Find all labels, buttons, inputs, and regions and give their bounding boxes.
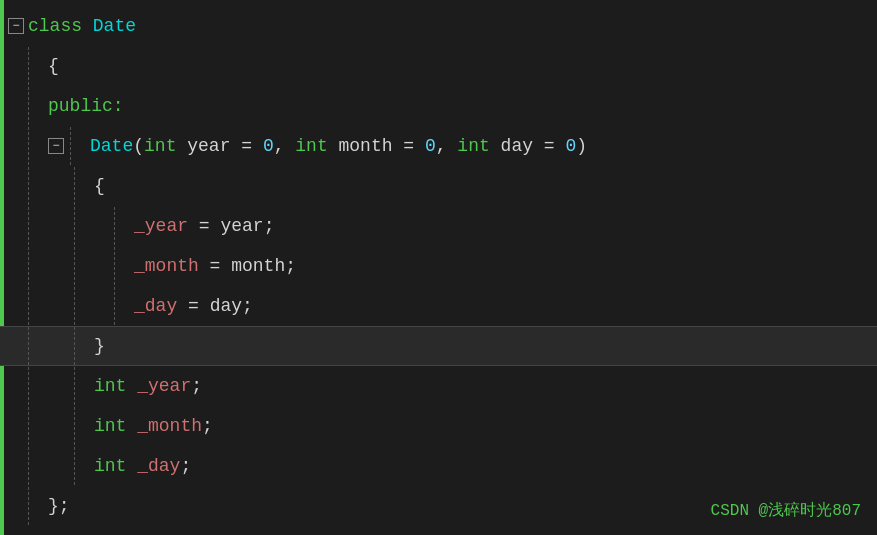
member-day: _day: [137, 446, 180, 486]
class-name: Date: [93, 6, 136, 46]
var-month: _month: [134, 246, 199, 286]
code-editor: − class Date { public: − Date(int year =…: [0, 0, 877, 535]
line-11: int _month;: [0, 406, 877, 446]
brace-open: {: [48, 46, 59, 86]
indent-guide-11b: [74, 407, 75, 445]
indent-guide: [28, 47, 29, 85]
var-day: _day: [134, 286, 177, 326]
indent-guide-9a: [28, 327, 29, 365]
watermark: CSDN @浅碎时光807: [711, 500, 861, 521]
val-month: month: [231, 246, 285, 286]
indent-guide-10a: [28, 367, 29, 405]
indent-guide-5a: [28, 167, 29, 205]
line-5: {: [0, 166, 877, 206]
indent-guide-7a: [28, 247, 29, 285]
indent-guide-5b: [74, 167, 75, 205]
brace-open-2: {: [94, 166, 105, 206]
keyword-public: public:: [48, 86, 124, 126]
kw-int-month: int: [94, 406, 137, 446]
indent-guide-7b: [74, 247, 75, 285]
fold-icon-1[interactable]: −: [8, 18, 24, 34]
indent-guide-12a: [28, 447, 29, 485]
indent-guide-7c: [114, 247, 115, 285]
val-year: year: [220, 206, 263, 246]
line-12: int _day;: [0, 446, 877, 486]
kw-int-day: int: [94, 446, 137, 486]
member-year: _year: [137, 366, 191, 406]
kw-int-3: int: [457, 126, 500, 166]
keyword-class: class: [28, 6, 93, 46]
brace-close-method: }: [94, 326, 105, 366]
indent-guide-4a: [28, 127, 29, 165]
line-4: − Date(int year = 0, int month = 0, int …: [0, 126, 877, 166]
indent-guide-8c: [114, 287, 115, 325]
indent-guide-6b: [74, 207, 75, 245]
indent-guide-6a: [28, 207, 29, 245]
kw-int-2: int: [295, 126, 338, 166]
indent-guide-6c: [114, 207, 115, 245]
line-3: public:: [0, 86, 877, 126]
member-month: _month: [137, 406, 202, 446]
code-area: − class Date { public: − Date(int year =…: [0, 0, 877, 535]
param-year-1: year: [187, 126, 241, 166]
indent-guide: [28, 87, 29, 125]
val-day: day: [210, 286, 242, 326]
indent-guide-12b: [74, 447, 75, 485]
param-month-1: month: [339, 126, 404, 166]
indent-guide-8b: [74, 287, 75, 325]
constructor-name: Date: [90, 126, 133, 166]
indent-guide-13: [28, 487, 29, 525]
brace-close-class: };: [48, 486, 70, 526]
param-day-1: day: [501, 126, 544, 166]
line-8: _day = day;: [0, 286, 877, 326]
paren-open: (: [133, 126, 144, 166]
num-0-1: 0: [263, 126, 274, 166]
indent-guide-9b: [74, 327, 75, 365]
num-0-2: 0: [425, 126, 436, 166]
line-7: _month = month;: [0, 246, 877, 286]
indent-guide-10b: [74, 367, 75, 405]
line-10: int _year;: [0, 366, 877, 406]
line-9: }: [0, 326, 877, 366]
kw-int-year: int: [94, 366, 137, 406]
line-2: {: [0, 46, 877, 86]
fold-icon-4[interactable]: −: [48, 138, 64, 154]
kw-int-1: int: [144, 126, 187, 166]
indent-guide-4b: [70, 127, 71, 165]
indent-guide-11a: [28, 407, 29, 445]
indent-guide-8a: [28, 287, 29, 325]
var-year: _year: [134, 206, 188, 246]
line-1: − class Date: [0, 6, 877, 46]
line-6: _year = year;: [0, 206, 877, 246]
num-0-3: 0: [565, 126, 576, 166]
